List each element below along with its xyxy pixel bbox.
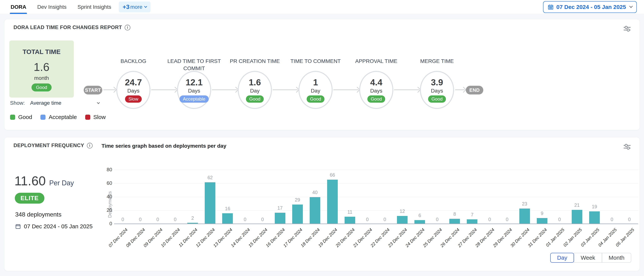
x-tick-label: 18 Dec 2024 <box>286 227 321 262</box>
x-tick-label: 11 Dec 2024 <box>164 227 199 262</box>
chart-settings-icon[interactable] <box>623 143 631 151</box>
stage-status-badge: Acceptable <box>180 95 209 103</box>
deployments-bar-chart: Deployments 020406080 007 Dec 2024008 De… <box>99 162 642 261</box>
x-tick-label: 15 Dec 2024 <box>234 227 268 262</box>
stage-unit: Days <box>188 88 200 94</box>
stage-node-approval-time[interactable]: 4.4 Days Good <box>359 71 393 109</box>
deployment-date-range: 07 Dec 2024 - 05 Jan 2025 <box>15 223 92 230</box>
x-tick-label: 28 Dec 2024 <box>461 227 496 262</box>
x-tick-label: 10 Dec 2024 <box>147 227 181 262</box>
x-tick-label: 19 Dec 2024 <box>304 227 338 262</box>
calendar-icon <box>15 224 21 229</box>
deployment-bar[interactable] <box>519 209 530 224</box>
x-tick-label: 27 Dec 2024 <box>444 227 478 262</box>
x-tick-label: 25 Dec 2024 <box>409 227 443 262</box>
x-tick-label: 23 Dec 2024 <box>374 227 408 262</box>
date-range-picker[interactable]: 07 Dec 2024 - 05 Jan 2025 <box>543 1 637 13</box>
bar-value-label: 0 <box>377 217 392 222</box>
deployment-bar[interactable] <box>205 182 215 224</box>
bar-value-label: 23 <box>517 201 532 207</box>
x-tick-label: 09 Dec 2024 <box>129 227 164 262</box>
bar-value-label: 0 <box>500 217 515 222</box>
bar-value-label: 7 <box>464 212 480 217</box>
stage-label-backlog: BACKLOG <box>102 58 165 65</box>
show-label: Show: <box>10 100 25 106</box>
x-tick-label: 22 Dec 2024 <box>356 227 391 262</box>
bar-value-label: 21 <box>570 202 584 208</box>
flow-arrow <box>104 89 115 90</box>
deployment-bar[interactable] <box>327 180 338 224</box>
deployment-bar[interactable] <box>572 210 582 224</box>
total-time-unit: month <box>34 75 49 81</box>
toggle-day-button[interactable]: Day <box>550 253 574 263</box>
deployment-card-title: DEPLOYMENT FREQUENCY <box>14 143 84 149</box>
stage-node-pr-creation-time[interactable]: 1.6 Day Good <box>238 71 272 109</box>
deployment-bar[interactable] <box>537 218 548 224</box>
deployment-bar[interactable] <box>344 217 355 224</box>
bar-value-label: 0 <box>168 217 183 222</box>
deployment-bar[interactable] <box>397 216 408 224</box>
deployment-bar[interactable] <box>275 213 286 224</box>
flow-arrow <box>394 89 419 90</box>
x-tick-label: 29 Dec 2024 <box>478 227 513 262</box>
x-tick-label: 07 Dec 2024 <box>94 227 129 262</box>
deployment-bar[interactable] <box>589 211 600 224</box>
plot-area: 007 Dec 2024008 Dec 2024009 Dec 2024010 … <box>114 167 638 224</box>
acceptable-swatch <box>40 115 46 120</box>
deployment-bar[interactable] <box>292 205 303 224</box>
legend-label: Good <box>18 114 32 120</box>
deployment-bar[interactable] <box>310 197 320 224</box>
stage-node-lead-time-first-commit[interactable]: 12.1 Days Acceptable <box>177 71 211 109</box>
stage-node-merge-time[interactable]: 3.9 Days Good <box>420 71 454 109</box>
bar-value-label: 8 <box>447 211 462 217</box>
stage-status-badge: Good <box>367 95 386 103</box>
legend-label: Acceptable <box>48 114 77 120</box>
x-tick-label: 16 Dec 2024 <box>252 227 286 262</box>
toggle-week-button[interactable]: Week <box>574 253 602 263</box>
stage-value: 3.9 <box>431 77 443 87</box>
x-tick-label: 21 Dec 2024 <box>339 227 373 262</box>
deployment-bar[interactable] <box>449 219 460 224</box>
x-axis-line <box>114 224 638 224</box>
more-tabs-count: +3 <box>122 4 130 11</box>
x-tick-label: 24 Dec 2024 <box>391 227 426 262</box>
total-time-value: 1.6 <box>34 60 49 74</box>
x-tick-label: 14 Dec 2024 <box>216 227 251 262</box>
tab-label: Dev Insights <box>37 4 66 10</box>
stage-label-lead-time-first-commit: LEAD TIME TO FIRST COMMIT <box>163 58 226 72</box>
tab-sprint-insights[interactable]: Sprint Insights <box>78 0 111 14</box>
bar-value-label: 29 <box>290 197 305 203</box>
info-icon[interactable]: i <box>125 25 130 30</box>
stage-label-pr-creation-time: PR CREATION TIME <box>224 58 286 65</box>
bar-value-label: 0 <box>238 217 253 222</box>
chart-settings-icon[interactable] <box>623 25 631 33</box>
y-tick-label: 60 <box>107 180 112 186</box>
legend-item-acceptable: Acceptable <box>40 114 77 120</box>
stage-unit: Days <box>431 88 443 94</box>
bar-value-label: 0 <box>133 217 148 222</box>
tab-dev-insights[interactable]: Dev Insights <box>37 0 66 14</box>
tab-dora[interactable]: DORA <box>11 0 26 14</box>
show-selected-value: Average time <box>30 100 61 106</box>
stage-value: 24.7 <box>125 77 142 87</box>
stage-label-merge-time: MERGE TIME <box>406 58 468 65</box>
bar-value-label: 62 <box>202 175 218 180</box>
gridline <box>114 210 638 211</box>
info-icon[interactable]: i <box>87 143 92 149</box>
stage-unit: Days <box>370 88 382 94</box>
stage-unit: Days <box>127 88 140 94</box>
stage-node-backlog[interactable]: 24.7 Days Slow <box>116 71 150 109</box>
tab-label: Sprint Insights <box>78 4 111 10</box>
deployment-count: 348 deployments <box>15 211 62 218</box>
lead-time-card-title: DORA LEAD TIME FOR CHANGES REPORT <box>14 25 122 30</box>
stage-node-time-to-comment[interactable]: 1 Day Good <box>298 71 333 109</box>
tab-list: DORA Dev Insights Sprint Insights <box>11 0 111 14</box>
bar-value-label: 11 <box>342 209 358 215</box>
calendar-icon <box>548 4 554 10</box>
deployment-bar[interactable] <box>222 213 233 224</box>
top-navigation-bar: DORA Dev Insights Sprint Insights +3 mor… <box>0 0 644 14</box>
chevron-down-icon <box>629 4 632 8</box>
more-tabs-button[interactable]: +3 more <box>119 2 150 12</box>
bar-value-label: 2 <box>185 215 200 221</box>
toggle-month-button[interactable]: Month <box>602 253 631 263</box>
